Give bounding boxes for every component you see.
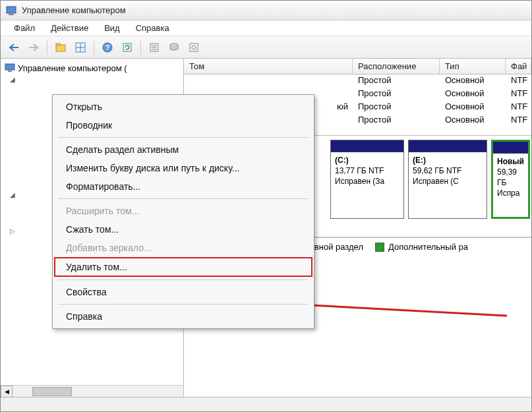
tree-root[interactable]: Управление компьютером ( <box>1 61 183 74</box>
volume-info: Новый 59,39 ГБ Испра <box>493 154 528 201</box>
volume-info: (E:) 59,62 ГБ NTF Исправен (С <box>409 152 487 189</box>
volume-header <box>331 140 403 152</box>
svg-rect-17 <box>5 64 15 70</box>
ctx-change-letter[interactable]: Изменить букву диска или путь к диску... <box>54 159 312 177</box>
ctx-help[interactable]: Справка <box>54 307 312 326</box>
scroll-left-icon[interactable]: ◀ <box>1 386 13 397</box>
forward-button[interactable] <box>24 39 43 56</box>
toolbar-separator <box>94 40 94 55</box>
ctx-separator <box>58 280 309 280</box>
expand-icon[interactable]: ◢ <box>10 191 16 198</box>
volume-header <box>409 140 487 152</box>
expand-icon[interactable]: ◢ <box>10 76 16 83</box>
svg-rect-9 <box>123 44 131 51</box>
ctx-delete-volume[interactable]: Удалить том... <box>54 257 312 277</box>
svg-point-16 <box>192 45 196 49</box>
expand-icon[interactable]: ▷ <box>10 227 16 235</box>
volume-e[interactable]: (E:) 59,62 ГБ NTF Исправен (С <box>408 140 487 219</box>
toolbar-separator <box>140 40 141 55</box>
ctx-separator <box>58 137 309 138</box>
ctx-open[interactable]: Открыть <box>54 98 312 116</box>
table-header: Том Расположение Тип Фай <box>184 59 531 74</box>
left-scrollbar[interactable]: ◀ <box>1 385 183 397</box>
column-volume[interactable]: Том <box>184 59 353 74</box>
tree-root-label: Управление компьютером ( <box>18 63 127 73</box>
ctx-properties[interactable]: Свойства <box>54 283 312 301</box>
folder-button[interactable] <box>51 39 70 56</box>
menu-view[interactable]: Вид <box>98 22 127 34</box>
volume-c[interactable]: (C:) 13,77 ГБ NTF Исправен (За <box>330 140 404 219</box>
volume-new[interactable]: Новый 59,39 ГБ Испра <box>491 140 530 219</box>
disk-button[interactable] <box>165 39 183 56</box>
svg-rect-3 <box>56 44 60 45</box>
volume-header <box>493 142 528 154</box>
menu-help[interactable]: Справка <box>129 22 176 34</box>
help-button[interactable]: ? <box>98 39 117 56</box>
svg-rect-0 <box>7 7 16 13</box>
horizontal-scrollbar[interactable] <box>1 397 531 411</box>
toolbar-separator <box>47 40 47 55</box>
ctx-add-mirror: Добавить зеркало... <box>54 239 312 257</box>
menu-file[interactable]: Файл <box>7 22 42 34</box>
app-icon <box>6 5 16 16</box>
ctx-separator <box>58 198 309 199</box>
toolbar: ? <box>1 36 531 59</box>
legend-extended: Дополнительный ра <box>375 242 468 252</box>
svg-rect-18 <box>8 71 12 72</box>
column-type[interactable]: Тип <box>440 59 506 74</box>
column-fs[interactable]: Фай <box>506 59 531 74</box>
ctx-extend: Расширить том... <box>54 202 312 220</box>
column-layout[interactable]: Расположение <box>353 59 440 74</box>
computer-icon <box>5 63 15 73</box>
volume-info: (C:) 13,77 ГБ NTF Исправен (За <box>331 152 403 189</box>
table-row[interactable]: Простой Основной NTF <box>184 74 531 88</box>
window-title: Управление компьютером <box>22 5 126 15</box>
svg-rect-15 <box>190 44 198 51</box>
ctx-separator <box>58 304 309 305</box>
settings-button[interactable] <box>185 39 203 56</box>
svg-rect-1 <box>9 14 14 15</box>
menubar: Файл Действие Вид Справка <box>1 20 531 36</box>
back-button[interactable] <box>5 39 23 56</box>
ctx-shrink[interactable]: Сжать том... <box>54 220 312 239</box>
ctx-explorer[interactable]: Проводник <box>54 116 312 134</box>
list-button[interactable] <box>145 39 163 56</box>
menu-action[interactable]: Действие <box>44 22 95 34</box>
titlebar: Управление компьютером <box>1 1 531 20</box>
refresh-button[interactable] <box>118 39 136 56</box>
grid-button[interactable] <box>71 39 90 56</box>
context-menu: Открыть Проводник Сделать раздел активны… <box>52 94 314 329</box>
ctx-format[interactable]: Форматировать... <box>54 177 312 196</box>
scroll-thumb[interactable] <box>32 387 72 396</box>
svg-text:?: ? <box>105 44 110 51</box>
ctx-make-active[interactable]: Сделать раздел активным <box>54 140 312 159</box>
tree-item[interactable]: ◢ <box>1 74 183 84</box>
